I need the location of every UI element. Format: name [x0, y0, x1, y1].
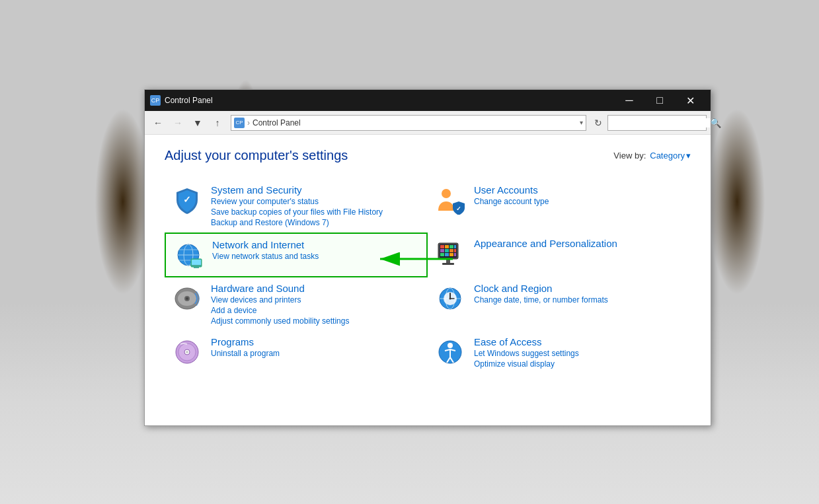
view-by-dropdown[interactable]: Category ▾	[650, 151, 691, 161]
page-title: Adjust your computer's settings	[165, 148, 348, 163]
svg-point-1	[442, 189, 451, 198]
category-clock-region: Clock and Region Change date, time, or n…	[428, 277, 691, 331]
clock-region-content: Clock and Region Change date, time, or n…	[474, 283, 608, 305]
hardware-sound-icon	[171, 283, 203, 314]
search-input[interactable]	[611, 118, 710, 127]
network-internet-link-0[interactable]: View network status and tasks	[212, 252, 319, 261]
system-security-link-0[interactable]: Review your computer's status	[211, 197, 383, 206]
ease-access-link-1[interactable]: Optimize visual display	[474, 359, 579, 369]
address-dropdown-arrow: ▾	[580, 119, 583, 126]
hardware-sound-link-0[interactable]: View devices and printers	[211, 295, 349, 305]
ease-access-icon	[434, 336, 466, 368]
ease-access-content: Ease of Access Let Windows suggest setti…	[474, 336, 579, 369]
back-button[interactable]: ←	[149, 114, 167, 132]
category-ease-access: Ease of Access Let Windows suggest setti…	[428, 331, 691, 374]
ease-access-title[interactable]: Ease of Access	[474, 336, 579, 347]
svg-text:✓: ✓	[456, 205, 461, 212]
system-security-title[interactable]: System and Security	[211, 184, 383, 196]
category-system-security: ✓ System and Security Review your comput…	[165, 179, 428, 233]
user-accounts-content: User Accounts Change account type	[474, 184, 549, 206]
svg-point-41	[186, 351, 188, 353]
system-security-content: System and Security Review your computer…	[211, 184, 383, 227]
view-by-control: View by: Category ▾	[613, 151, 691, 161]
page-header: Adjust your computer's settings View by:…	[165, 148, 691, 163]
minimize-button[interactable]: ─	[614, 90, 644, 111]
svg-rect-10	[194, 267, 199, 268]
recent-locations-button[interactable]: ▼	[188, 114, 207, 132]
address-bar[interactable]: CP › Control Panel ▾	[231, 115, 586, 131]
user-accounts-link-0[interactable]: Change account type	[474, 197, 549, 206]
appearance-title[interactable]: Appearance and Personalization	[474, 238, 617, 249]
clock-region-link-0[interactable]: Change date, time, or number formats	[474, 295, 608, 305]
category-hardware-sound: Hardware and Sound View devices and prin…	[165, 277, 428, 331]
forward-button[interactable]: →	[169, 114, 187, 132]
clock-region-title[interactable]: Clock and Region	[474, 283, 608, 294]
nav-bar: ← → ▼ ↑ CP › Control Panel ▾ ↻ 🔍	[145, 111, 711, 135]
system-security-link-1[interactable]: Save backup copies of your files with Fi…	[211, 207, 383, 217]
system-security-icon: ✓	[171, 184, 203, 216]
programs-icon	[171, 336, 203, 368]
ease-access-link-0[interactable]: Let Windows suggest settings	[474, 349, 579, 358]
hardware-sound-content: Hardware and Sound View devices and prin…	[211, 283, 349, 326]
svg-point-43	[448, 343, 453, 348]
window-title: Control Panel	[165, 96, 614, 105]
arrow-svg	[373, 248, 459, 270]
search-bar: 🔍	[607, 115, 707, 131]
hardware-sound-link-2[interactable]: Adjust commonly used mobility settings	[211, 316, 349, 326]
appearance-content: Appearance and Personalization	[474, 238, 617, 249]
view-by-label: View by:	[613, 151, 646, 161]
user-accounts-title[interactable]: User Accounts	[474, 184, 549, 196]
window-controls: ─ □ ✕	[614, 90, 705, 111]
window-icon: CP	[150, 95, 161, 106]
category-programs: Programs Uninstall a program	[165, 331, 428, 374]
clock-region-icon	[434, 283, 466, 314]
arrow-annotation	[373, 248, 459, 273]
network-internet-title[interactable]: Network and Internet	[212, 239, 319, 250]
network-internet-icon	[173, 239, 204, 271]
address-bar-icon: CP	[234, 118, 245, 128]
network-internet-content: Network and Internet View network status…	[212, 239, 319, 261]
title-bar: CP Control Panel ─ □ ✕	[145, 90, 711, 111]
categories-grid: ✓ System and Security Review your comput…	[165, 179, 691, 374]
close-button[interactable]: ✕	[675, 90, 705, 111]
user-accounts-icon: ✓	[434, 184, 466, 216]
svg-rect-9	[192, 260, 201, 265]
address-separator: ›	[247, 118, 250, 127]
hardware-sound-title[interactable]: Hardware and Sound	[211, 283, 349, 294]
refresh-button[interactable]: ↻	[590, 115, 606, 131]
system-security-link-2[interactable]: Backup and Restore (Windows 7)	[211, 218, 383, 227]
hardware-sound-link-1[interactable]: Add a device	[211, 306, 349, 315]
programs-title[interactable]: Programs	[211, 336, 280, 347]
search-button[interactable]: 🔍	[710, 118, 721, 128]
address-text: Control Panel	[253, 118, 577, 127]
programs-link-0[interactable]: Uninstall a program	[211, 349, 280, 358]
programs-content: Programs Uninstall a program	[211, 336, 280, 358]
category-user-accounts: ✓ User Accounts Change account type	[428, 179, 691, 233]
maximize-button[interactable]: □	[644, 90, 675, 111]
svg-text:✓: ✓	[183, 194, 191, 205]
up-button[interactable]: ↑	[208, 114, 227, 132]
svg-point-30	[186, 297, 188, 300]
content-area: Adjust your computer's settings View by:…	[145, 135, 711, 425]
category-appearance: Appearance and Personalization	[428, 233, 691, 277]
